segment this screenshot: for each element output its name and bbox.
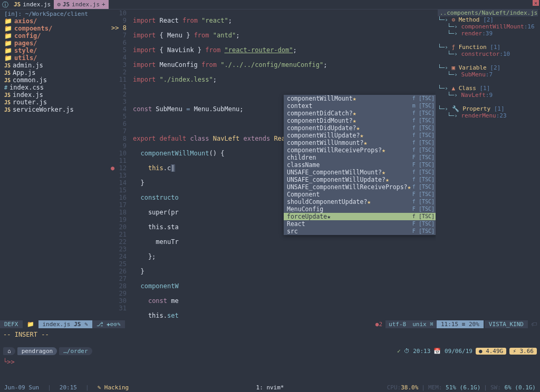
clock-icon: ⏱ (404, 348, 410, 355)
autocomplete-item[interactable]: UNSAFE_componentWillReceiveProps?★f [TSC… (284, 183, 436, 191)
autocomplete-item[interactable]: classNameF [TSC] (284, 161, 436, 169)
autocomplete-item[interactable]: componentWillUnmount?★f [TSC] (284, 139, 436, 146)
tmux-window[interactable]: 1: nvim* (256, 384, 284, 391)
autocomplete-item[interactable]: UNSAFE_componentWillUpdate?★f [TSC] (284, 176, 436, 183)
tree-folder[interactable]: 📁 config/ (2, 32, 109, 40)
autocomplete-item[interactable]: contextm [TSC] (284, 102, 436, 110)
tab-active[interactable]: ⚙ JS index.js + (54, 0, 108, 9)
tree-header: [in]: ~/WorkSpace/client (2, 11, 109, 17)
autocomplete-item[interactable]: componentDidMount?★f [TSC] (284, 117, 436, 124)
info-icon: ⓘ (0, 0, 11, 9)
tree-file[interactable]: JS serviceWorker.js (2, 106, 109, 113)
breakpoint-icon[interactable]: ● (111, 164, 114, 172)
outline-group[interactable]: └─› ▲ Class [1] (438, 85, 538, 92)
sl-git: ⎇ ✚⊘⊙✎ (92, 320, 125, 328)
tree-file[interactable]: JS common.js (2, 76, 109, 84)
js-icon: JS (4, 107, 11, 113)
tab-label: index.js (23, 1, 51, 8)
calendar-icon: 📅 (433, 348, 441, 355)
js-icon: JS (4, 100, 11, 105)
tree-folder[interactable]: 📁 utils/ (2, 54, 109, 62)
sl-mode: DEFX (0, 320, 23, 328)
autocomplete-item[interactable]: componentWillMount★f [TSC] (284, 95, 436, 102)
autocomplete-item[interactable]: MenuConfigF [TSC] (284, 205, 436, 213)
outline-group[interactable]: └─› ▣ Variable [2] (438, 64, 538, 71)
autocomplete-item[interactable]: componentDidUpdate?★f [TSC] (284, 124, 436, 132)
outline-item[interactable]: └─› renderMenu:23 (438, 112, 538, 119)
shell-prompt[interactable]: ⌂ pendragon …/order ✓ ⏱ 20:13 📅 09/06/19… (0, 344, 540, 358)
autocomplete-item[interactable]: srcF [TSC] (284, 228, 436, 235)
sl-kind: VISTA_KIND (485, 320, 528, 328)
file-tree[interactable]: [in]: ~/WorkSpace/client 📁 axios/📁 compo… (0, 9, 111, 319)
outline-item[interactable]: └─› render:39 (438, 30, 538, 37)
autocomplete-item[interactable]: ReactF [TSC] (284, 220, 436, 228)
autocomplete-item[interactable]: forceUpdate★f [TSC] (284, 213, 436, 220)
css-icon: # (4, 85, 7, 91)
tree-file[interactable]: JS App.js (2, 69, 109, 76)
tmux-time: 20:15 (55, 384, 81, 391)
folder-icon: 📁 (4, 40, 12, 47)
editor-pane[interactable]: 109>> 8765432111234567891011121314151617… (111, 9, 436, 319)
apple-icon: ⌂ (3, 347, 15, 355)
shell-mem1: ● 4.49G (476, 348, 506, 355)
tree-folder[interactable]: 📁 compoents/ (2, 25, 109, 32)
tree-file[interactable]: # index.css (2, 84, 109, 91)
sl-filename: index.js JS ✎ (38, 320, 92, 328)
tree-file[interactable]: JS router.js (2, 99, 109, 106)
js-icon: JS (63, 1, 70, 8)
outline-pane[interactable]: ..compoents/NavLeft/index.js └─› ⚙ Metho… (436, 9, 540, 319)
outline-header: ..compoents/NavLeft/index.js (438, 9, 538, 16)
outline-group[interactable]: └─› 🔧 Property [1] (438, 105, 538, 112)
folder-icon: 📁 (4, 54, 12, 62)
outline-item[interactable]: └─› NavLeft:9 (438, 92, 538, 99)
autocomplete-item[interactable]: shouldComponentUpdate?★f [TSC] (284, 198, 436, 205)
js-icon: JS (4, 77, 11, 83)
modified-indicator: + (102, 1, 105, 8)
check-icon: ✓ (397, 348, 401, 355)
shell-path: …/order (59, 347, 92, 355)
outline-group[interactable]: └─› ⚙ Method [2] (438, 16, 538, 23)
tmux-date: Jun-09 Sun (0, 384, 43, 391)
tab-inactive[interactable]: JS index.js (11, 0, 54, 9)
close-icon[interactable]: ✕ (533, 0, 539, 6)
outline-item[interactable]: └─› componentWillMount:16 (438, 23, 538, 30)
autocomplete-item[interactable]: UNSAFE_componentWillMount?★f [TSC] (284, 169, 436, 176)
sl-encoding: utf-8 (385, 320, 409, 328)
sl-position: 11:15 ≡ 20% (437, 320, 484, 328)
autocomplete-popup[interactable]: componentWillMount★f [TSC]contextm [TSC]… (284, 95, 436, 235)
autocomplete-item[interactable]: childrenF [TSC] (284, 154, 436, 161)
js-icon: JS (4, 70, 11, 76)
sl-error-count[interactable]: ●2 (372, 321, 385, 328)
shell-prompt-continuation[interactable]: └>> (0, 358, 540, 366)
folder-icon: 📁 (4, 17, 12, 25)
tmux-session: ✎ Hacking (93, 384, 133, 391)
folder-icon: 📁 (4, 32, 12, 40)
outline-group[interactable]: └─› ƒ Function [1] (438, 44, 538, 51)
shell-mem2: ⚡ 3.66 (509, 348, 537, 355)
autocomplete-item[interactable]: componentDidCatch?★f [TSC] (284, 110, 436, 117)
shell-host: pendragon (17, 347, 57, 355)
folder-icon: 📁 (4, 25, 12, 32)
gutter: 109>> 8765432111234567891011121314151617… (111, 9, 130, 312)
js-icon: JS (4, 63, 11, 68)
autocomplete-item[interactable]: componentWillReceiveProps?★f [TSC] (284, 146, 436, 154)
tab-label: index.js (72, 1, 100, 8)
tree-file[interactable]: JS index.js (2, 91, 109, 99)
mode-indicator: -- INSERT -- (0, 329, 540, 344)
main-area: [in]: ~/WorkSpace/client 📁 axios/📁 compo… (0, 9, 540, 319)
folder-icon: 📁 (4, 47, 12, 54)
tree-folder[interactable]: 📁 pages/ (2, 40, 109, 47)
tree-file[interactable]: JS admin.js (2, 62, 109, 69)
autocomplete-item[interactable]: ComponentF [TSC] (284, 191, 436, 198)
outline-item[interactable]: └─› SubMenu:7 (438, 71, 538, 78)
shell-right-status: ✓ ⏱ 20:13 📅 09/06/19 ● 4.49G ⚡ 3.66 (397, 348, 537, 355)
tab-bar: ⓘ JS index.js ⚙ JS index.js + ✕ (0, 0, 540, 9)
outline-item[interactable]: └─› constructor:10 (438, 51, 538, 57)
sl-fileformat: unix ⌘ (409, 320, 437, 328)
js-icon: JS (4, 92, 11, 98)
folder-icon: 📁 (23, 320, 38, 328)
autocomplete-item[interactable]: componentWillUpdate?★f [TSC] (284, 132, 436, 139)
tree-folder[interactable]: 📁 axios/ (2, 17, 109, 25)
tmux-statusbar: Jun-09 Sun | 20:15 | ✎ Hacking 1: nvim* … (0, 383, 540, 392)
tree-folder[interactable]: 📁 style/ (2, 47, 109, 54)
